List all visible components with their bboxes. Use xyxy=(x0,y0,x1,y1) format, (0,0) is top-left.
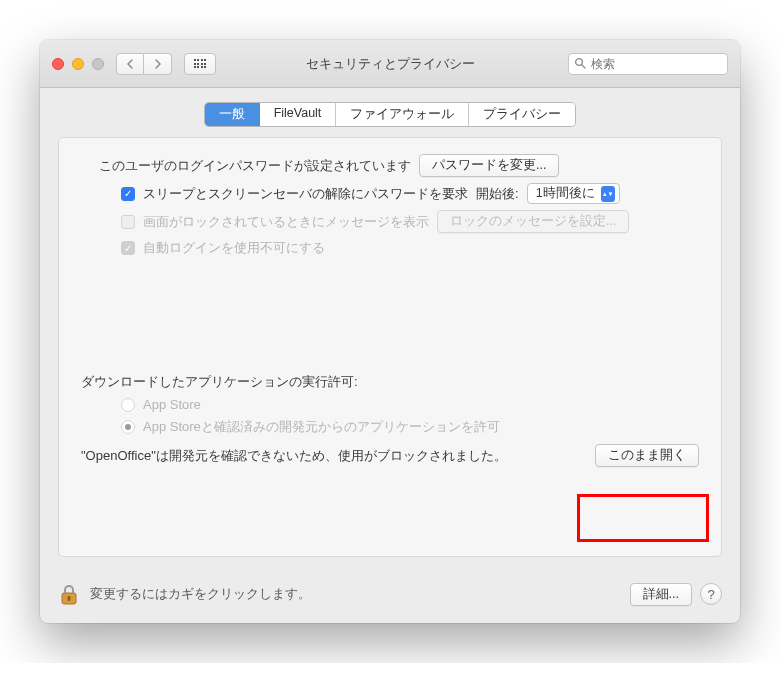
close-window-button[interactable] xyxy=(52,58,64,70)
minimize-window-button[interactable] xyxy=(72,58,84,70)
lock-text: 変更するにはカギをクリックします。 xyxy=(90,586,311,603)
allow-appstore-label: App Store xyxy=(143,397,201,412)
require-password-checkbox[interactable]: ✓ xyxy=(121,187,135,201)
tab-filevault[interactable]: FileVault xyxy=(260,103,337,126)
tab-firewall[interactable]: ファイアウォール xyxy=(336,103,469,126)
tab-general[interactable]: 一般 xyxy=(205,103,260,126)
zoom-window-button[interactable] xyxy=(92,58,104,70)
tabs: 一般 FileVault ファイアウォール プライバシー xyxy=(40,88,740,137)
svg-line-1 xyxy=(582,64,585,67)
help-button[interactable]: ? xyxy=(700,583,722,605)
tab-privacy[interactable]: プライバシー xyxy=(469,103,575,126)
search-input[interactable] xyxy=(568,53,728,75)
open-anyway-button[interactable]: このまま開く xyxy=(595,444,699,467)
require-password-delay-select[interactable]: 1時間後に ▲▼ xyxy=(527,183,620,204)
allow-appstore-radio xyxy=(121,398,135,412)
content-panel: このユーザのログインパスワードが設定されています パスワードを変更... ✓ ス… xyxy=(58,137,722,557)
show-lock-message-checkbox xyxy=(121,215,135,229)
lock-icon[interactable] xyxy=(58,581,80,607)
preferences-window: セキュリティとプライバシー 一般 FileVault ファイアウォール プライバ… xyxy=(40,40,740,623)
disable-autologin-label: 自動ログインを使用不可にする xyxy=(143,239,325,257)
require-password-delay-value: 1時間後に xyxy=(536,185,595,202)
login-password-text: このユーザのログインパスワードが設定されています xyxy=(99,157,411,175)
blocked-app-text: "OpenOffice"は開発元を確認できないため、使用がブロックされました。 xyxy=(81,447,507,465)
back-button[interactable] xyxy=(116,53,144,75)
change-password-button[interactable]: パスワードを変更... xyxy=(419,154,559,177)
chevron-updown-icon: ▲▼ xyxy=(601,186,615,202)
grid-icon xyxy=(194,59,207,68)
require-password-label: スリープとスクリーンセーバの解除にパスワードを要求 xyxy=(143,185,468,203)
search-wrap xyxy=(568,53,728,75)
download-heading: ダウンロードしたアプリケーションの実行許可: xyxy=(81,373,358,391)
show-lock-message-label: 画面がロックされているときにメッセージを表示 xyxy=(143,213,429,231)
window-controls xyxy=(52,58,104,70)
tab-segmented-control: 一般 FileVault ファイアウォール プライバシー xyxy=(204,102,577,127)
titlebar: セキュリティとプライバシー xyxy=(40,40,740,88)
disable-autologin-checkbox: ✓ xyxy=(121,241,135,255)
after-label: 開始後: xyxy=(476,185,519,203)
show-all-button[interactable] xyxy=(184,53,216,75)
allow-identified-radio xyxy=(121,420,135,434)
footer: 変更するにはカギをクリックします。 詳細... ? xyxy=(40,571,740,623)
advanced-button[interactable]: 詳細... xyxy=(630,583,692,606)
search-icon xyxy=(574,57,586,72)
allow-identified-label: App Storeと確認済みの開発元からのアプリケーションを許可 xyxy=(143,418,500,436)
nav-buttons xyxy=(116,53,172,75)
svg-rect-3 xyxy=(68,596,71,601)
forward-button[interactable] xyxy=(144,53,172,75)
set-lock-message-button: ロックのメッセージを設定... xyxy=(437,210,629,233)
annotation-highlight xyxy=(577,494,709,542)
